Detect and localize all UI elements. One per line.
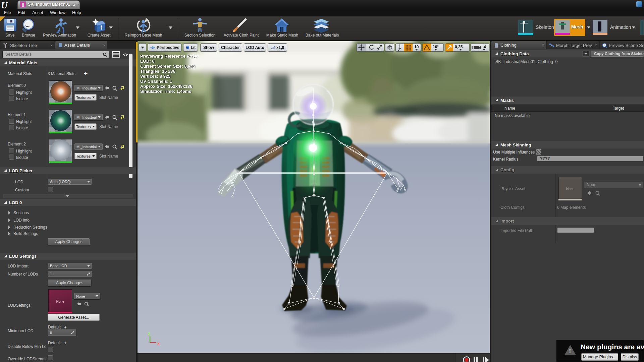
svg-text:Z: Z: [148, 332, 150, 336]
svg-text:X: X: [157, 342, 160, 346]
svg-text:4: 4: [484, 45, 486, 49]
svg-text:10°: 10°: [433, 45, 439, 49]
svg-text:10: 10: [414, 45, 419, 49]
svg-text:0,25: 0,25: [455, 45, 463, 49]
